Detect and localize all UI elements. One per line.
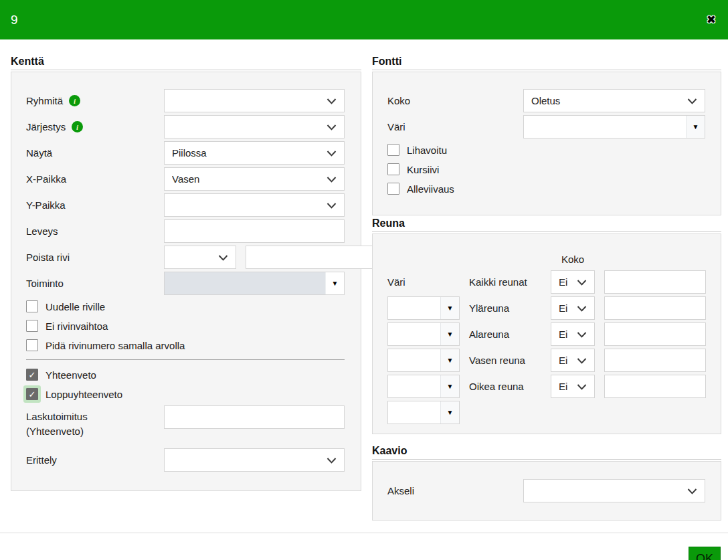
x-paikka-select[interactable]: Vasen xyxy=(164,167,345,191)
reuna-size-input[interactable] xyxy=(604,322,706,346)
vari-color-combobox[interactable]: ▼ xyxy=(523,115,705,138)
reuna-panel: Koko Väri Kaikki reunat Ei ▼ Yläreuna Ei xyxy=(372,234,721,434)
checkbox-label: Yhteenveto xyxy=(46,369,96,381)
fontti-panel: Koko Oletus Väri ▼ Lihavoitu xyxy=(372,72,721,215)
dropdown-triangle-icon[interactable]: ▼ xyxy=(440,401,459,424)
vari-color-field[interactable] xyxy=(524,116,686,138)
poista-rivi-label: Poista rivi xyxy=(26,252,164,263)
reuna-color-combobox[interactable]: ▼ xyxy=(387,349,460,372)
jarjestys-label: Järjestys i xyxy=(26,121,164,132)
akseli-label: Akseli xyxy=(387,485,523,496)
dropdown-triangle-icon[interactable]: ▼ xyxy=(686,116,705,138)
info-icon[interactable]: i xyxy=(69,95,80,106)
dropdown-triangle-icon[interactable]: ▼ xyxy=(440,349,459,371)
reuna-style-select[interactable]: Ei xyxy=(551,322,595,346)
nayta-label: Näytä xyxy=(26,147,164,159)
ok-button[interactable]: OK xyxy=(689,547,721,560)
checkbox[interactable] xyxy=(387,183,399,195)
kentta-heading: Kenttä xyxy=(11,56,361,70)
checkbox-label: Kursiivi xyxy=(407,164,439,175)
reuna-color-combobox[interactable]: ▼ xyxy=(387,296,460,320)
jarjestys-select[interactable] xyxy=(164,115,345,138)
reuna-style-select[interactable]: Ei xyxy=(551,296,595,320)
koko-label: Koko xyxy=(387,95,523,106)
toiminto-combobox: ▼ xyxy=(164,272,345,295)
kaavio-heading: Kaavio xyxy=(372,445,721,460)
reuna-color-combobox[interactable]: ▼ xyxy=(387,322,460,346)
kursiivi-checkbox-row[interactable]: Kursiivi xyxy=(387,163,705,175)
close-icon[interactable]: ✖ xyxy=(707,14,716,25)
reuna-row-label: Vasen reuna xyxy=(469,355,541,366)
divider xyxy=(26,359,345,360)
akseli-select[interactable] xyxy=(523,479,705,502)
checkbox[interactable] xyxy=(26,369,38,381)
laskutoimitus-input[interactable] xyxy=(164,405,345,429)
reuna-color-combobox[interactable]: ▼ xyxy=(387,401,460,424)
info-icon[interactable]: i xyxy=(72,121,83,132)
leveys-input[interactable] xyxy=(164,219,345,243)
reuna-row-label: Alareuna xyxy=(469,329,541,340)
checkbox-label: Loppuyhteenveto xyxy=(46,389,122,400)
erittely-label: Erittely xyxy=(26,454,164,466)
vari-label: Väri xyxy=(387,121,523,132)
checkbox[interactable] xyxy=(26,300,38,312)
reuna-size-input[interactable] xyxy=(604,270,706,294)
ryhmita-label: Ryhmitä i xyxy=(26,95,164,106)
checkbox-label: Uudelle riville xyxy=(46,301,105,312)
reuna-row-label: Kaikki reunat xyxy=(469,276,541,288)
x-paikka-label: X-Paikka xyxy=(26,173,164,185)
reuna-color-field[interactable] xyxy=(388,323,440,345)
reuna-color-combobox[interactable]: ▼ xyxy=(387,375,460,398)
y-paikka-select[interactable] xyxy=(164,193,345,217)
reuna-row-label: Yläreuna xyxy=(469,302,541,314)
erittely-select[interactable] xyxy=(164,448,345,472)
modal-header: 9 ✖ xyxy=(0,0,728,39)
checkbox[interactable] xyxy=(26,320,38,332)
checkbox-label: Lihavoitu xyxy=(407,145,447,156)
modal-title: 9 xyxy=(11,13,18,27)
checkbox[interactable] xyxy=(26,339,38,351)
y-paikka-label: Y-Paikka xyxy=(26,199,164,211)
checkbox[interactable] xyxy=(26,388,38,400)
reuna-style-select[interactable]: Ei xyxy=(551,375,595,398)
poista-rivi-select[interactable] xyxy=(164,246,236,269)
reuna-color-field[interactable] xyxy=(388,401,440,424)
ei-rivinvaihtoa-checkbox-row[interactable]: Ei rivinvaihtoa xyxy=(26,320,345,332)
reuna-row-label: Oikea reuna xyxy=(469,381,541,392)
reuna-heading: Reuna xyxy=(372,217,721,232)
dropdown-triangle-icon[interactable]: ▼ xyxy=(440,375,459,397)
reuna-color-column-header: Väri xyxy=(387,274,460,291)
reuna-size-column-header: Koko xyxy=(551,250,595,268)
toiminto-label: Toiminto xyxy=(26,278,164,289)
pida-rivinumero-checkbox-row[interactable]: Pidä rivinumero samalla arvolla xyxy=(26,339,345,351)
reuna-style-select[interactable]: Ei xyxy=(551,349,595,372)
lihavoitu-checkbox-row[interactable]: Lihavoitu xyxy=(387,144,705,156)
yhteenveto-checkbox-row[interactable]: Yhteenveto xyxy=(26,369,345,381)
checkbox-label: Alleviivaus xyxy=(407,183,454,195)
dropdown-triangle-icon[interactable]: ▼ xyxy=(440,323,459,345)
toiminto-field xyxy=(165,272,325,294)
checkbox-label: Pidä rivinumero samalla arvolla xyxy=(46,340,185,351)
reuna-size-input[interactable] xyxy=(604,375,706,398)
ryhmita-select[interactable] xyxy=(164,89,345,112)
checkbox-label: Ei rivinvaihtoa xyxy=(46,320,108,332)
reuna-style-select[interactable]: Ei xyxy=(551,270,595,294)
checkbox[interactable] xyxy=(387,163,399,175)
reuna-color-field[interactable] xyxy=(388,349,440,371)
reuna-color-field[interactable] xyxy=(388,375,440,397)
modal-footer: OK xyxy=(0,533,728,560)
koko-select[interactable]: Oletus xyxy=(523,89,705,112)
poista-rivi-input[interactable] xyxy=(246,246,393,269)
reuna-size-input[interactable] xyxy=(604,296,706,320)
dropdown-triangle-icon[interactable]: ▼ xyxy=(440,297,459,319)
kentta-panel: Ryhmitä i Järjestys i Näy xyxy=(11,72,361,491)
nayta-select[interactable]: Piilossa xyxy=(164,141,345,165)
loppuyhteenveto-checkbox-row[interactable]: Loppuyhteenveto xyxy=(26,388,345,400)
reuna-size-input[interactable] xyxy=(604,349,706,372)
reuna-color-field[interactable] xyxy=(388,297,440,319)
laskutoimitus-label: Laskutoimitus (Yhteenveto) xyxy=(26,405,164,439)
dropdown-triangle-icon[interactable]: ▼ xyxy=(325,272,344,294)
alleviivaus-checkbox-row[interactable]: Alleviivaus xyxy=(387,183,705,195)
checkbox[interactable] xyxy=(387,144,399,156)
uudelle-riville-checkbox-row[interactable]: Uudelle riville xyxy=(26,300,345,312)
